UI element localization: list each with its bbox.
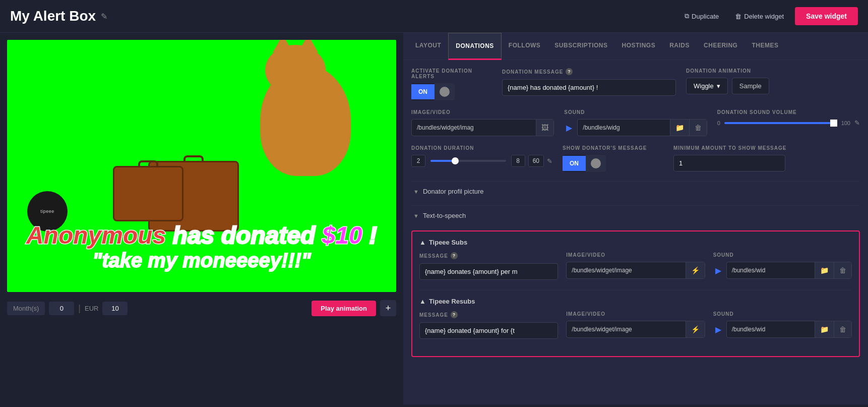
volume-edit-button[interactable]: ✎ [854,119,860,127]
subs-message-info-icon[interactable]: ? [451,252,458,259]
subs-sound-col: SOUND ▶ /bundles/wid 📁 🗑 [713,252,852,279]
main-layout: tipeee Anonymous has donated $10 ! "take… [0,33,868,404]
subs-message-label: MESSAGE ? [419,252,558,259]
image-browse-button[interactable]: 🖼 [536,120,553,136]
image-video-label: IMAGE/VIDEO [411,109,554,115]
tipeee-sections: ▲ Tipeee Subs MESSAGE ? IMAGE/VIDEO [411,230,860,357]
settings-panel[interactable]: LAYOUT DONATIONS FOLLOWS SUBSCRIPTIONS H… [403,33,868,404]
chevron-down-icon-tts: ▼ [413,213,419,219]
duplicate-icon: ⧉ [685,12,689,20]
tab-layout[interactable]: LAYOUT [408,33,448,60]
resubs-message-input[interactable] [419,322,558,339]
header-actions: ⧉ Duplicate 🗑 Delete widget Save widget [679,7,858,25]
suitcase-handle-2 [138,160,158,167]
alert-amount: $10 [322,222,362,249]
dur-val: 8 [511,155,525,167]
duration-thumb[interactable] [452,157,459,164]
resubs-sound-play-button[interactable]: ▶ [713,323,723,336]
preview-panel: tipeee Anonymous has donated $10 ! "take… [0,33,403,404]
duplicate-button[interactable]: ⧉ Duplicate [679,9,724,23]
resubs-image-path: /bundles/widget/image [567,322,685,337]
subs-message-input[interactable] [419,263,558,280]
animation-label: DONATION ANIMATION [686,68,860,74]
resubs-message-info-icon[interactable]: ? [451,311,458,318]
message-input[interactable] [502,79,676,96]
alert-line1: Anonymous has donated $10 ! [17,221,386,249]
subs-sound-play-button[interactable]: ▶ [713,264,723,277]
col-image-video: IMAGE/VIDEO /bundles/widget/imag 🖼 [411,109,554,136]
show-donator-on-btn[interactable]: ON [563,156,586,171]
subs-sound-delete-button[interactable]: 🗑 [834,262,851,278]
alert-text: Anonymous has donated $10 ! "take my mon… [17,221,386,272]
subs-sound-field: /bundles/wid 📁 🗑 [726,262,852,279]
col-show-donator: SHOW DONATOR'S MESSAGE ON [563,145,663,172]
volume-track[interactable] [724,122,837,124]
sound-play-button[interactable]: ▶ [564,121,574,135]
amount-input[interactable] [102,302,128,315]
resubs-sound-folder-button[interactable]: 📁 [815,321,834,337]
tab-themes[interactable]: THEMES [745,33,785,60]
tab-raids[interactable]: RAIDS [662,33,697,60]
save-widget-button[interactable]: Save widget [795,7,858,25]
message-info-icon[interactable]: ? [566,68,573,75]
duration-track[interactable] [430,160,506,162]
sound-folder-button[interactable]: 📁 [670,120,689,136]
chevron-up-icon: ▲ [419,239,426,246]
vol-max: 100 [841,120,850,126]
sound-label: SOUND [564,109,707,115]
header: My Alert Box ✎ ⧉ Duplicate 🗑 Delete widg… [0,0,868,33]
months-input[interactable] [49,302,74,315]
show-donator-label: SHOW DONATOR'S MESSAGE [563,145,663,151]
subs-image-icon-btn[interactable]: ⚡ [686,262,705,278]
delete-widget-button[interactable]: 🗑 Delete widget [730,10,789,23]
subs-sound-folder-button[interactable]: 📁 [815,262,834,278]
show-donator-toggle[interactable]: ON [563,155,606,172]
tab-subscriptions[interactable]: SUBSCRIPTIONS [547,33,614,60]
resubs-message-label: MESSAGE ? [419,311,558,318]
volume-label: DONATION SOUND VOLUME [717,109,860,115]
tab-cheering[interactable]: CHEERING [697,33,745,60]
tab-hostings[interactable]: HOSTINGS [615,33,663,60]
suitcase-handle-1 [183,155,204,162]
resubs-message-col: MESSAGE ? [419,311,558,339]
resubs-sound-label: SOUND [713,311,852,317]
vol-min: 0 [717,120,720,126]
row-duration: DONATION DURATION 2 8 60 ✎ SHOW DONATOR'… [411,145,860,172]
duration-edit-button[interactable]: ✎ [547,157,552,165]
toggle-thumb[interactable] [435,83,455,100]
add-animation-button[interactable]: + [380,300,396,316]
sound-delete-button[interactable]: 🗑 [689,120,707,136]
settings-content: ACTIVATE DONATION ALERTS ON DONATION MES… [403,60,868,365]
dur-min: 2 [411,155,425,167]
resubs-sound-delete-button[interactable]: 🗑 [834,321,851,337]
min-amount-input[interactable] [673,155,785,171]
accordion-tts-header[interactable]: ▼ Text-to-speech [411,206,860,225]
subs-image-path: /bundles/widget/image [567,263,685,278]
subs-image-label: IMAGE/VIDEO [566,252,705,258]
edit-icon[interactable]: ✎ [101,12,107,21]
tipeee-resubs-section: ▲ Tipeee Resubs MESSAGE ? IMAGE/VIDE [419,298,852,339]
animation-group: Wiggle ▾ Sample [686,78,860,94]
col-min-amount: MINIMUM AMOUNT TO SHOW MESSAGE [673,145,860,171]
show-donator-dot [591,158,601,168]
play-animation-button[interactable]: Play animation [312,301,376,316]
tipeee-subs-section: ▲ Tipeee Subs MESSAGE ? IMAGE/VIDEO [419,239,852,280]
show-donator-thumb[interactable] [586,155,606,172]
cat-image [250,45,366,191]
tab-donations[interactable]: DONATIONS [448,33,502,60]
volume-thumb[interactable] [830,120,837,127]
cat-ear-right [298,40,318,52]
accordion-tts: ▼ Text-to-speech [411,205,860,225]
activate-toggle[interactable]: ON [411,83,455,100]
months-label: Month(s) [7,302,45,315]
toggle-on-btn[interactable]: ON [411,84,435,99]
tabs-bar: LAYOUT DONATIONS FOLLOWS SUBSCRIPTIONS H… [403,33,868,60]
resubs-fields-row: MESSAGE ? IMAGE/VIDEO /bundles/widget/im… [419,311,852,339]
resubs-image-icon-btn[interactable]: ⚡ [686,321,705,337]
sound-field: /bundles/widg 📁 🗑 [577,119,707,136]
animation-dropdown[interactable]: Wiggle ▾ [686,78,728,94]
accordion-donator-pic-header[interactable]: ▼ Donator profil picture [411,182,860,201]
sample-button[interactable]: Sample [732,78,769,94]
cat-body [260,65,351,176]
tab-follows[interactable]: FOLLOWS [502,33,548,60]
